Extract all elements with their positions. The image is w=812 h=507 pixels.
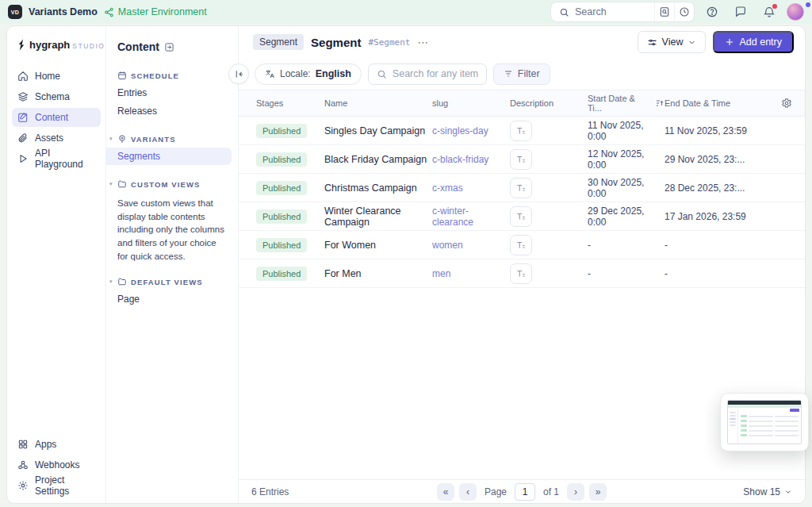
more-options-icon[interactable]: ⋯ [417, 36, 429, 48]
rich-text-preview-button[interactable] [510, 206, 532, 227]
cell-start-date: 12 Nov 2025, 0:00 [588, 148, 665, 171]
column-header-slug[interactable]: slug [432, 98, 510, 108]
project-name[interactable]: Variants Demo [29, 6, 98, 17]
status-badge: Published [256, 267, 307, 281]
column-header-description[interactable]: Description [510, 98, 588, 108]
rich-text-preview-button[interactable] [510, 149, 532, 170]
column-header-name[interactable]: Name [324, 98, 432, 108]
collapse-caret-icon[interactable]: ▾ [109, 136, 113, 142]
app-window: hygraph STUDIO Home Schema Content Asset… [6, 25, 806, 504]
sidebar-item-home[interactable]: Home [12, 67, 101, 86]
status-badge: Published [256, 124, 307, 138]
chevron-down-icon [688, 38, 696, 47]
last-page-button[interactable]: » [589, 483, 607, 501]
cell-name[interactable]: Winter Clearance Campaign [324, 205, 432, 228]
rich-text-preview-button[interactable] [510, 235, 532, 255]
view-item-segments[interactable]: Segments [106, 148, 232, 165]
cell-end-date: 11 Nov 2025, 23:59 [665, 125, 768, 136]
section-variants[interactable]: ▾ VARIANTS [106, 131, 238, 147]
cell-name[interactable]: Black Friday Campaign [324, 154, 432, 165]
environment-switcher[interactable]: Master Environment [104, 6, 207, 17]
item-search-input[interactable] [393, 68, 478, 79]
prev-page-button[interactable]: ‹ [459, 483, 477, 501]
webhooks-icon [17, 459, 29, 471]
rich-text-preview-button[interactable] [510, 263, 532, 284]
entries-count: 6 Entries [251, 486, 394, 497]
sidebar-item-schema[interactable]: Schema [12, 87, 101, 106]
column-header-stages[interactable]: Stages [239, 98, 324, 108]
help-icon[interactable] [701, 2, 723, 22]
cell-start-date: 29 Dec 2025, 0:00 [588, 205, 665, 228]
search-icon [377, 69, 387, 79]
rich-text-preview-button[interactable] [510, 121, 532, 141]
hygraph-logo[interactable]: hygraph STUDIO [7, 26, 105, 60]
pagination-bar: 6 Entries « ‹ Page of 1 › » Show 15 [239, 479, 805, 503]
table-row[interactable]: Published For Women women - - [239, 231, 805, 259]
cell-slug: men [432, 268, 510, 279]
item-search[interactable] [368, 63, 487, 85]
view-item-entries[interactable]: Entries [106, 84, 232, 102]
chevron-down-icon [784, 488, 792, 496]
doc-search-icon[interactable] [654, 2, 674, 22]
page-size-selector[interactable]: Show 15 [649, 486, 792, 497]
sidebar-item-label: Assets [35, 133, 63, 144]
sidebar-item-webhooks[interactable]: Webhooks [12, 455, 101, 474]
content-icon [17, 112, 29, 123]
user-avatar[interactable] [787, 3, 804, 21]
view-button[interactable]: View [638, 31, 707, 53]
collapse-caret-icon[interactable]: ▾ [109, 181, 113, 187]
add-entry-button[interactable]: Add entry [713, 31, 794, 53]
sidebar-item-label: Project Settings [35, 474, 95, 497]
column-settings-gear-icon[interactable] [768, 98, 805, 109]
sidebar-item-api-playground[interactable]: API Playground [12, 149, 101, 168]
schema-icon [17, 91, 29, 102]
table-row[interactable]: Published Black Friday Campaign c-black-… [239, 145, 805, 174]
global-search[interactable] [550, 2, 695, 22]
table-row[interactable]: Published Singles Day Campaign c-singles… [239, 117, 805, 145]
model-badge[interactable]: Segment [253, 34, 304, 50]
column-header-start-date[interactable]: Start Date & Ti... [588, 94, 665, 113]
sidebar-item-project-settings[interactable]: Project Settings [12, 476, 101, 495]
section-title: VARIANTS [131, 135, 176, 144]
view-item-page[interactable]: Page [106, 290, 232, 308]
sidebar-item-apps[interactable]: Apps [12, 435, 101, 454]
status-badge: Published [256, 238, 307, 252]
locale-selector[interactable]: Locale: English [255, 63, 362, 85]
section-title: SCHEDULE [131, 71, 179, 80]
first-page-button[interactable]: « [437, 483, 454, 501]
history-clock-icon[interactable] [674, 2, 694, 22]
locale-label: Locale: [280, 68, 311, 79]
section-custom-views[interactable]: ▾ CUSTOM VIEWS [106, 176, 238, 192]
section-default-views[interactable]: ▾ DEFAULT VIEWS [106, 274, 238, 290]
cell-name[interactable]: Singles Day Campaign [324, 125, 432, 136]
next-page-button[interactable]: › [567, 483, 584, 501]
section-schedule[interactable]: SCHEDULE [106, 67, 238, 83]
table-row[interactable]: Published For Men men - - [239, 259, 805, 288]
cell-end-date: 17 Jan 2026, 23:59 [665, 211, 768, 222]
column-header-end-date[interactable]: End Date & Time [665, 98, 768, 108]
table-row[interactable]: Published Christmas Campaign c-xmas 30 N… [239, 174, 805, 202]
panel-preview-icon[interactable] [164, 42, 174, 52]
status-badge: Published [256, 152, 307, 167]
project-avatar[interactable]: VD [8, 5, 22, 19]
sidebar-item-content[interactable]: Content [12, 108, 101, 127]
global-search-input[interactable] [575, 6, 646, 17]
table-toolbar: Locale: English Filter [239, 58, 805, 90]
collapse-caret-icon[interactable]: ▾ [109, 278, 113, 285]
cell-name[interactable]: For Women [324, 240, 432, 251]
rich-text-preview-button[interactable] [510, 178, 532, 198]
sort-icon[interactable] [655, 98, 665, 108]
cell-name[interactable]: Christmas Campaign [324, 182, 432, 194]
translate-icon [265, 69, 275, 79]
notifications-bell-icon[interactable] [758, 2, 780, 22]
screen-preview-thumbnail[interactable] [720, 393, 809, 451]
page-number-input[interactable] [515, 483, 535, 501]
feedback-chat-icon[interactable] [730, 2, 752, 22]
view-item-releases[interactable]: Releases [106, 102, 232, 120]
collapse-panel-button[interactable] [228, 63, 249, 84]
tune-icon [647, 37, 657, 48]
sidebar-item-assets[interactable]: Assets [12, 129, 101, 148]
table-row[interactable]: Published Winter Clearance Campaign c-wi… [239, 202, 805, 231]
cell-name[interactable]: For Men [324, 268, 432, 279]
filter-button[interactable]: Filter [493, 63, 550, 85]
